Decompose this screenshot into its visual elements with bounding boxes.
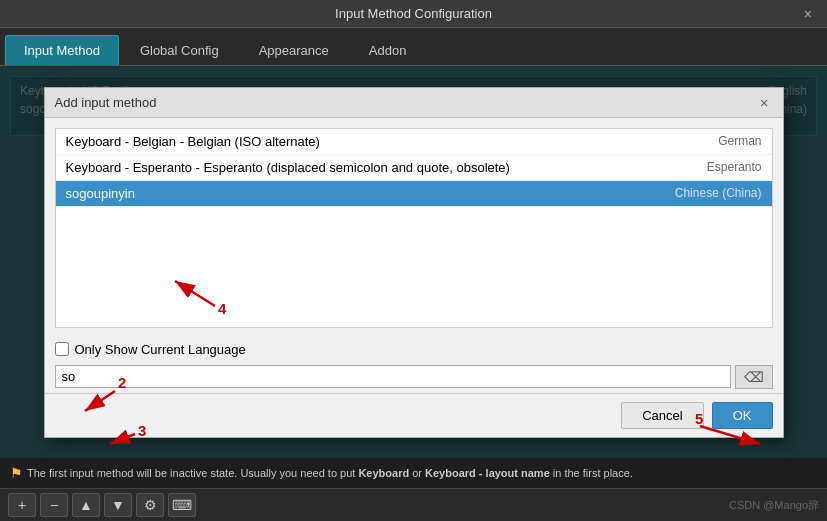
title-bar: Input Method Configuration × [0,0,827,28]
ok-button[interactable]: OK [712,402,773,429]
tab-global-config[interactable]: Global Config [121,35,238,65]
modal-title: Add input method [55,95,157,110]
search-input[interactable] [55,365,731,388]
tab-appearance[interactable]: Appearance [240,35,348,65]
input-method-list[interactable]: Keyboard - Belgian - Belgian (ISO altern… [55,128,773,328]
only-show-current-language-label: Only Show Current Language [75,342,246,357]
toolbar-bar: + − ▲ ▼ ⚙ ⌨ CSDN @Mango辞 [0,488,827,521]
only-show-current-language-checkbox[interactable] [55,342,69,356]
language-name: Esperanto [707,160,762,175]
warning-icon: ⚑ [10,465,23,481]
keyboard-button[interactable]: ⌨ [168,493,196,517]
status-text: The first input method will be inactive … [27,467,633,479]
status-bar: ⚑ The first input method will be inactiv… [0,458,827,488]
method-name: Keyboard - Esperanto - Esperanto (displa… [66,160,510,175]
tab-addon[interactable]: Addon [350,35,426,65]
list-item[interactable]: Keyboard - Esperanto - Esperanto (displa… [56,155,772,181]
cancel-button[interactable]: Cancel [621,402,703,429]
search-row: ⌫ [45,361,783,393]
move-down-button[interactable]: ▼ [104,493,132,517]
tab-bar: Input Method Global Config Appearance Ad… [0,28,827,66]
move-up-button[interactable]: ▲ [72,493,100,517]
window-title: Input Method Configuration [279,6,548,21]
language-name: Chinese (China) [675,186,762,201]
settings-button[interactable]: ⚙ [136,493,164,517]
tab-input-method[interactable]: Input Method [5,35,119,65]
add-button[interactable]: + [8,493,36,517]
search-clear-button[interactable]: ⌫ [735,365,773,389]
content-area: Keyboard - US English English sogoupinyi… [0,66,827,458]
modal-overlay: Add input method × Keyboard - Belgian - … [0,66,827,458]
list-item-selected[interactable]: sogoupinyin Chinese (China) [56,181,772,207]
main-window: Input Method Configuration × Input Metho… [0,0,827,521]
modal-close-button[interactable]: × [756,94,773,111]
window-close-button[interactable]: × [799,4,817,24]
method-name: sogoupinyin [66,186,135,201]
modal-title-bar: Add input method × [45,88,783,118]
only-show-current-language-row: Only Show Current Language [45,338,783,361]
language-name: German [718,134,761,149]
list-item[interactable]: Keyboard - Belgian - Belgian (ISO altern… [56,129,772,155]
add-input-method-dialog: Add input method × Keyboard - Belgian - … [44,87,784,438]
modal-buttons: Cancel OK [45,393,783,437]
watermark: CSDN @Mango辞 [729,498,819,513]
method-name: Keyboard - Belgian - Belgian (ISO altern… [66,134,320,149]
remove-button[interactable]: − [40,493,68,517]
